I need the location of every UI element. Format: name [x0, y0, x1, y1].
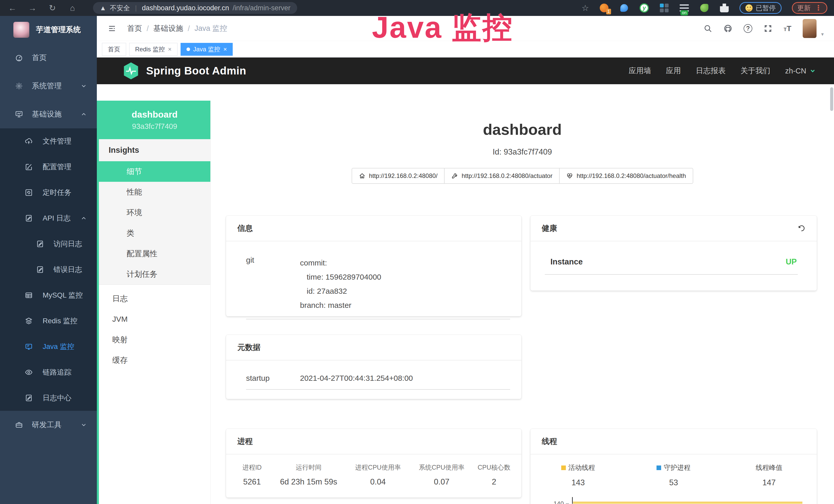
app-title: 芋道管理系统 — [36, 25, 81, 35]
side-item-classes[interactable]: 类 — [99, 223, 211, 244]
side-item-logs[interactable]: 日志 — [99, 288, 211, 309]
sidebar-item-java-monitor[interactable]: Java 监控 — [0, 334, 97, 360]
github-icon[interactable] — [724, 24, 732, 33]
fullscreen-icon[interactable] — [764, 24, 772, 33]
sidebar-item-access-logs[interactable]: 访问日志 — [0, 231, 97, 257]
sidebar-item-config-management[interactable]: 配置管理 — [0, 154, 97, 180]
home-icon[interactable]: ⌂ — [67, 3, 78, 13]
close-icon[interactable]: × — [223, 46, 227, 53]
page-title: dashboard — [211, 121, 834, 138]
sba-nav-about[interactable]: 关于我们 — [741, 66, 770, 76]
sidebar-item-scheduled-jobs[interactable]: 定时任务 — [0, 180, 97, 205]
sba-brand[interactable]: Spring Boot Admin — [123, 62, 246, 80]
app-logo-row[interactable]: 芋道管理系统 — [0, 16, 97, 44]
side-item-config-props[interactable]: 配置属性 — [99, 244, 211, 264]
cloud-upload-icon — [25, 137, 34, 145]
home-icon — [358, 173, 365, 179]
update-button[interactable]: 更新 ⋮ — [792, 2, 827, 14]
sidebar-item-api-logs[interactable]: API 日志 — [0, 205, 97, 231]
sidebar-item-system[interactable]: 系统管理 — [0, 72, 97, 100]
side-item-mappings[interactable]: 映射 — [99, 329, 211, 350]
sidebar-item-mysql-monitor[interactable]: MySQL 监控 — [0, 282, 97, 308]
process-stats: 进程ID5261 运行时间6d 23h 15m 59s 进程CPU使用率0.04… — [226, 455, 521, 486]
sidebar-item-file-management[interactable]: 文件管理 — [0, 129, 97, 154]
sba-header: Spring Boot Admin 应用墙 应用 日志报表 关于我们 zh-CN — [97, 58, 834, 84]
extension-orange-icon[interactable]: 1 — [599, 3, 609, 13]
side-item-metrics[interactable]: 性能 — [99, 182, 211, 202]
sidebar-item-log-center[interactable]: 日志中心 — [0, 385, 97, 411]
app-sidebar: 芋道管理系统 首页 系统管理 基础设施 文件管理 配置管理 — [0, 16, 97, 504]
not-secure-label: 不安全 — [110, 4, 130, 13]
threads-card-title: 线程 — [530, 429, 817, 455]
actuator-url-button[interactable]: http://192.168.0.2:48080/actuator — [444, 168, 560, 184]
toolbox-icon — [15, 421, 24, 429]
status-badge: UP — [786, 257, 797, 267]
extension-leaf-icon[interactable] — [699, 3, 709, 13]
health-card: 健康 Instance UP — [530, 216, 817, 291]
health-card-title: 健康 — [542, 223, 557, 234]
bookmark-star-icon[interactable]: ☆ — [581, 3, 589, 13]
sidebar-item-infrastructure[interactable]: 基础设施 — [0, 100, 97, 129]
insights-section: Insights 细节 性能 环境 类 配置属性 计划任务 — [99, 139, 211, 285]
sidebar-item-home[interactable]: 首页 — [0, 44, 97, 72]
side-item-jvm[interactable]: JVM — [99, 309, 211, 329]
address-bar[interactable]: ▲ 不安全 | dashboard.yudao.iocoder.cn/infra… — [93, 2, 297, 14]
sba-nav-applications[interactable]: 应用 — [666, 66, 681, 76]
search-icon[interactable] — [704, 24, 712, 33]
instance-name: dashboard — [132, 109, 178, 120]
reload-icon[interactable]: ↻ — [47, 3, 58, 13]
sidebar-item-dev-tools[interactable]: 研发工具 — [0, 411, 97, 439]
breadcrumb-home[interactable]: 首页 — [127, 23, 142, 33]
app-logo-avatar — [13, 22, 29, 38]
threads-chart: 140 120 100 — [530, 496, 817, 504]
instance-block[interactable]: dashboard 93a3fc7f7409 — [99, 101, 211, 139]
health-url-button[interactable]: http://192.168.0.2:48080/actuator/health — [559, 168, 693, 184]
log-edit-icon — [36, 266, 45, 274]
breadcrumb-section[interactable]: 基础设施 — [153, 23, 183, 33]
side-item-details[interactable]: 细节 — [99, 161, 211, 182]
sidebar-item-redis-monitor[interactable]: Redis 监控 — [0, 308, 97, 334]
user-avatar[interactable] — [803, 19, 816, 38]
gear-icon — [15, 82, 24, 90]
paused-pill[interactable]: 已暂停 — [740, 2, 782, 14]
legend-swatch-daemon — [657, 465, 661, 470]
tab-home[interactable]: 首页 — [102, 43, 126, 56]
extensions-puzzle-icon[interactable] — [720, 3, 729, 13]
close-icon[interactable]: × — [168, 46, 172, 53]
service-url-button[interactable]: http://192.168.0.2:48080/ — [351, 168, 445, 184]
sba-content: dashboard Id: 93a3fc7f7409 http://192.16… — [211, 101, 834, 504]
help-icon[interactable]: ? — [744, 24, 752, 33]
instance-id: 93a3fc7f7409 — [132, 122, 177, 131]
divider — [246, 319, 510, 319]
health-instance-label: Instance — [550, 257, 583, 267]
extension-pin-icon[interactable] — [619, 3, 629, 13]
sidebar-item-tracing[interactable]: 链路追踪 — [0, 360, 97, 385]
back-icon[interactable]: ← — [7, 3, 18, 13]
sba-nav-wallboard[interactable]: 应用墙 — [629, 66, 651, 76]
history-icon[interactable] — [797, 224, 806, 232]
side-item-caches[interactable]: 缓存 — [99, 350, 211, 370]
info-card-title: 信息 — [226, 216, 521, 241]
sba-locale-selector[interactable]: zh-CN — [785, 67, 816, 75]
threads-values: 143 53 147 — [530, 478, 817, 487]
hamburger-icon[interactable] — [108, 24, 116, 33]
sidebar-item-error-logs[interactable]: 错误日志 — [0, 257, 97, 282]
timer-icon — [25, 188, 34, 197]
side-item-environment[interactable]: 环境 — [99, 202, 211, 223]
extension-list-icon[interactable]: on — [679, 3, 689, 13]
text-size-icon[interactable]: TT — [784, 24, 791, 33]
tab-java-monitor[interactable]: Java 监控 × — [180, 43, 233, 56]
insights-header: Insights — [99, 139, 211, 161]
monitor-chart-icon — [15, 110, 24, 118]
sba-nav-journal[interactable]: 日志报表 — [696, 66, 726, 76]
browser-menu-icon[interactable]: ⋮ — [815, 6, 822, 9]
address-divider: | — [134, 4, 138, 12]
tab-redis-monitor[interactable]: Redis 监控 × — [129, 43, 177, 56]
extension-grid-icon[interactable] — [659, 3, 669, 13]
side-item-scheduled-tasks[interactable]: 计划任务 — [99, 264, 211, 284]
scrollbar-thumb[interactable] — [830, 87, 833, 111]
instance-links: http://192.168.0.2:48080/ http://192.168… — [351, 168, 693, 184]
extension-y-icon[interactable]: y — [639, 3, 649, 13]
avatar-caret-icon[interactable]: ▾ — [821, 31, 824, 37]
forward-icon[interactable]: → — [27, 3, 38, 13]
